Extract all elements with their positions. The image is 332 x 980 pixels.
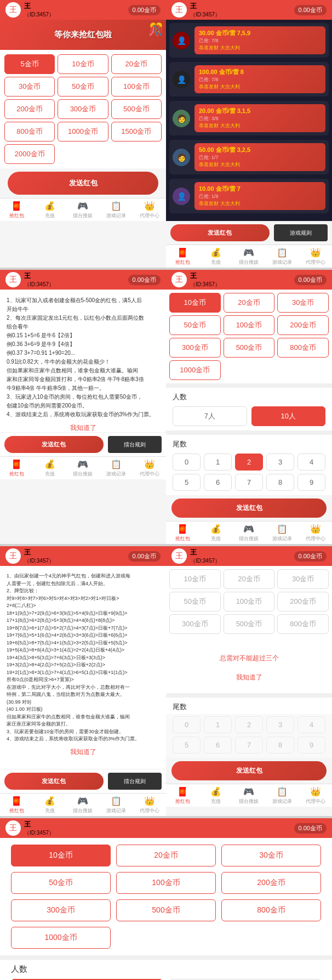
amt-s2r-4[interactable]: 100金币 bbox=[224, 315, 275, 335]
amount-btn-5[interactable]: 5金币 bbox=[4, 54, 55, 74]
amt-s3r-0[interactable]: 10金币 bbox=[169, 569, 221, 589]
nav-chongzhi-s1l[interactable]: 💰 充值 bbox=[33, 199, 67, 221]
amt-s3r-8[interactable]: 800金币 bbox=[277, 614, 329, 634]
amt-s3r-5[interactable]: 200金币 bbox=[277, 592, 329, 611]
amount-btn-1000[interactable]: 1000金币 bbox=[58, 122, 108, 141]
rule-btn-s2l[interactable]: 擂台规则 bbox=[108, 436, 162, 453]
count-10[interactable]: 10人 bbox=[251, 406, 326, 426]
d-s3r-9[interactable]: 9 bbox=[297, 737, 325, 754]
nav-leitai-s1r[interactable]: 🎮 擂台搜娱 bbox=[232, 245, 266, 268]
rp-envelope-3[interactable]: 20.00 金币/雷 3,1,5 己抢: 3/8 恭喜发财 大吉大利 bbox=[194, 104, 325, 132]
d-s3r-0[interactable]: 0 bbox=[173, 716, 201, 733]
rules-link-s3l[interactable]: 我知道了 bbox=[7, 747, 159, 757]
digit-5[interactable]: 5 bbox=[173, 474, 201, 491]
amt-s2r-3[interactable]: 50金币 bbox=[169, 315, 221, 335]
amt-s2r-2[interactable]: 30金币 bbox=[277, 293, 329, 313]
amt-s3r-6[interactable]: 300金币 bbox=[169, 614, 221, 634]
amount-btn-2000[interactable]: 2000金币 bbox=[4, 144, 55, 164]
nav-daili-s2l[interactable]: 👑 代理中心 bbox=[133, 457, 166, 479]
nav-youxi-s1l[interactable]: 📋 游戏记录 bbox=[100, 199, 133, 221]
amt-s2r-1[interactable]: 20金币 bbox=[224, 293, 275, 313]
d-s3r-8[interactable]: 8 bbox=[266, 737, 294, 754]
nav-youxi-s1r[interactable]: 📋 游戏记录 bbox=[266, 245, 299, 268]
nav-chongzhi-s2r[interactable]: 💰 充值 bbox=[199, 522, 233, 544]
rp-envelope-2[interactable]: 100.00 金币/雷 8 己抢: 7/8 恭喜发财 大吉大利 bbox=[194, 65, 325, 93]
rp-envelope-5[interactable]: 10.00 金币/雷 7 己抢: 1/8 恭喜发财 大吉大利 bbox=[194, 182, 325, 210]
digit-1[interactable]: 1 bbox=[204, 454, 232, 471]
nav-daili-s1l[interactable]: 👑 代理中心 bbox=[133, 199, 166, 221]
nav-youxi-s2r[interactable]: 📋 游戏记录 bbox=[266, 522, 299, 544]
amount-btn-10[interactable]: 10金币 bbox=[58, 54, 108, 74]
nav-hongbao-s3l[interactable]: 🧧 抢红包 bbox=[0, 794, 33, 816]
amt-s3r-7[interactable]: 500金币 bbox=[224, 614, 275, 634]
amt-s4-5[interactable]: 200金币 bbox=[221, 872, 321, 894]
d-s3r-1[interactable]: 1 bbox=[204, 716, 232, 733]
amount-btn-100[interactable]: 100金币 bbox=[111, 77, 162, 97]
nav-daili-s1r[interactable]: 👑 代理中心 bbox=[299, 245, 332, 268]
amount-btn-1500[interactable]: 1500金币 bbox=[111, 122, 162, 141]
amt-s4-6[interactable]: 300金币 bbox=[11, 899, 111, 921]
amount-btn-500[interactable]: 500金币 bbox=[111, 99, 162, 119]
nav-leitai-s2r[interactable]: 🎮 擂台搜娱 bbox=[232, 522, 266, 544]
amt-s3r-1[interactable]: 20金币 bbox=[224, 569, 275, 589]
send-btn-s2r[interactable]: 发送红包 bbox=[171, 499, 327, 518]
send-btn-s1l[interactable]: 发送红包 bbox=[8, 172, 158, 195]
d-s3r-5[interactable]: 5 bbox=[173, 737, 201, 754]
amount-btn-300[interactable]: 300金币 bbox=[58, 99, 108, 119]
amt-s3r-2[interactable]: 30金币 bbox=[277, 569, 329, 589]
send-btn-s3r[interactable]: 发送红包 bbox=[171, 761, 327, 780]
amt-s4-2[interactable]: 30金币 bbox=[221, 845, 321, 866]
amt-s3r-4[interactable]: 100金币 bbox=[224, 592, 275, 611]
count-7[interactable]: 7人 bbox=[173, 406, 247, 426]
nav-youxi-s3l[interactable]: 📋 游戏记录 bbox=[100, 794, 133, 816]
nav-leitai-s3l[interactable]: 🎮 擂台搜娱 bbox=[66, 794, 100, 816]
d-s3r-6[interactable]: 6 bbox=[204, 737, 232, 754]
nav-hongbao-s1l[interactable]: 🧧 抢红包 bbox=[0, 199, 33, 221]
amt-s2r-7[interactable]: 500金币 bbox=[224, 338, 275, 358]
rp-item-4[interactable]: 🧑 50.00 金币/雷 3,2,5 己抢: 1/7 恭喜发财 大吉大利 bbox=[169, 140, 329, 174]
rp-item-3[interactable]: 🧑 20.00 金币/雷 3,1,5 己抢: 3/8 恭喜发财 大吉大利 bbox=[169, 101, 329, 135]
nav-chongzhi-s2l[interactable]: 💰 充值 bbox=[33, 457, 67, 479]
amt-s4-1[interactable]: 20金币 bbox=[116, 845, 216, 866]
amount-btn-200[interactable]: 200金币 bbox=[4, 99, 55, 119]
amt-s2r-5[interactable]: 200金币 bbox=[277, 315, 329, 335]
nav-chongzhi-s1r[interactable]: 💰 充值 bbox=[199, 245, 233, 268]
rp-item-1[interactable]: 👤 30.00 金币/雷 7,5,9 己抢: 7/8 恭喜发财 大吉大利 bbox=[169, 23, 329, 58]
digit-0[interactable]: 0 bbox=[173, 454, 201, 471]
d-s3r-2[interactable]: 2 bbox=[235, 716, 263, 733]
digit-3[interactable]: 3 bbox=[266, 454, 294, 471]
d-s3r-3[interactable]: 3 bbox=[266, 716, 294, 733]
amt-s4-0[interactable]: 10金币 bbox=[11, 845, 111, 866]
nav-daili-s2r[interactable]: 👑 代理中心 bbox=[299, 522, 332, 544]
amt-s2r-8[interactable]: 800金币 bbox=[277, 338, 329, 358]
send-btn-s2l[interactable]: 发送红包 bbox=[4, 436, 104, 453]
nav-hongbao-s3r[interactable]: 🧧 抢红包 bbox=[166, 784, 199, 807]
amount-btn-30[interactable]: 30金币 bbox=[4, 77, 55, 97]
amt-s2r-0[interactable]: 10金币 bbox=[169, 293, 221, 313]
d-s3r-7[interactable]: 7 bbox=[235, 737, 263, 754]
rule-btn-s3l[interactable]: 擂台规则 bbox=[108, 773, 162, 790]
rules-link-s2l[interactable]: 我知道了 bbox=[7, 423, 159, 432]
nav-hongbao-s2r[interactable]: 🧧 抢红包 bbox=[166, 522, 199, 544]
nav-daili-s3l[interactable]: 👑 代理中心 bbox=[133, 794, 166, 816]
amt-s4-3[interactable]: 50金币 bbox=[11, 872, 111, 894]
nav-chongzhi-s3l[interactable]: 💰 充值 bbox=[33, 794, 67, 816]
nav-youxi-s2l[interactable]: 📋 游戏记录 bbox=[100, 457, 133, 479]
amt-s2r-6[interactable]: 300金币 bbox=[169, 338, 221, 358]
send-btn-s1r[interactable]: 发送红包 bbox=[170, 224, 270, 241]
digit-2[interactable]: 2 bbox=[235, 454, 263, 471]
send-btn-s3l[interactable]: 发送红包 bbox=[4, 773, 104, 790]
nav-youxi-s3r[interactable]: 📋 游戏记录 bbox=[266, 784, 299, 807]
nav-hongbao-s2l[interactable]: 🧧 抢红包 bbox=[0, 457, 33, 479]
nav-hongbao-s1r[interactable]: 🧧 抢红包 bbox=[166, 245, 199, 268]
amt-s4-4[interactable]: 100金币 bbox=[116, 872, 216, 894]
nav-chongzhi-s3r[interactable]: 💰 充值 bbox=[199, 784, 233, 807]
digit-4[interactable]: 4 bbox=[297, 454, 325, 471]
digit-6[interactable]: 6 bbox=[204, 474, 232, 491]
digit-8[interactable]: 8 bbox=[266, 474, 294, 491]
rp-envelope-4[interactable]: 50.00 金币/雷 3,2,5 己抢: 1/7 恭喜发财 大吉大利 bbox=[194, 143, 325, 171]
amount-btn-20[interactable]: 20金币 bbox=[111, 54, 162, 74]
amt-s2r-9[interactable]: 1000金币 bbox=[169, 360, 221, 380]
game-rule-btn[interactable]: 游戏规则 bbox=[274, 224, 328, 241]
d-s3r-4[interactable]: 4 bbox=[297, 716, 325, 733]
